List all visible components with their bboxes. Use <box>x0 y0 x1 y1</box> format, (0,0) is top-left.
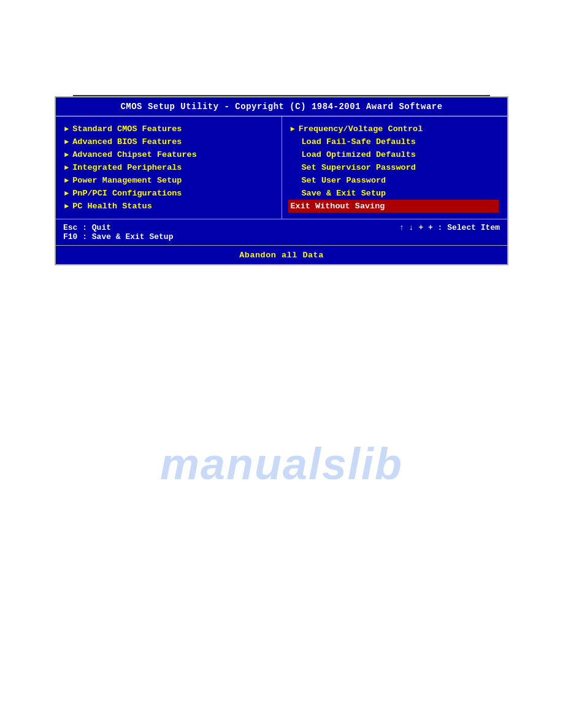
arrow-icon-4: ► <box>64 176 69 185</box>
arrow-icon-1: ► <box>64 138 69 146</box>
arrow-icon-0: ► <box>64 125 69 134</box>
menu-item-pc-health[interactable]: ► PC Health Status <box>64 200 273 213</box>
menu-item-load-optimized[interactable]: Load Optimized Defaults <box>291 148 499 161</box>
menu-item-label-5: PnP/PCI Configurations <box>72 189 182 198</box>
footer-f10: F10 : Save & Exit Setup <box>63 232 173 241</box>
footer-esc-quit: Esc : Quit <box>63 223 111 232</box>
arrow-icon-5: ► <box>64 189 69 198</box>
menu-item-right-label-3: Set Supervisor Password <box>302 163 416 172</box>
menu-item-exit-without-saving[interactable]: Exit Without Saving <box>288 200 499 213</box>
menu-item-power-management[interactable]: ► Power Management Setup <box>64 174 273 187</box>
menu-item-right-label-1: Load Fail-Safe Defaults <box>302 137 416 146</box>
menu-item-advanced-chipset[interactable]: ► Advanced Chipset Features <box>64 148 273 161</box>
bios-left-column: ► Standard CMOS Features ► Advanced BIOS… <box>56 116 282 219</box>
bios-title: CMOS Setup Utility - Copyright (C) 1984-… <box>120 102 442 112</box>
bios-screen: CMOS Setup Utility - Copyright (C) 1984-… <box>55 96 508 265</box>
menu-item-right-label-5: Save & Exit Setup <box>302 189 386 198</box>
bios-footer: Esc : Quit ↑ ↓ + + : Select Item F10 : S… <box>56 219 507 246</box>
menu-item-save-exit[interactable]: Save & Exit Setup <box>291 187 499 200</box>
menu-item-label-4: Power Management Setup <box>72 176 182 185</box>
page-container: CMOS Setup Utility - Copyright (C) 1984-… <box>0 0 563 728</box>
menu-item-label-1: Advanced BIOS Features <box>72 137 182 146</box>
menu-item-right-label-0: Frequency/Voltage Control <box>299 124 423 134</box>
footer-select-item: ↑ ↓ + + : Select Item <box>399 223 500 232</box>
bios-title-bar: CMOS Setup Utility - Copyright (C) 1984-… <box>56 97 507 116</box>
menu-item-load-failsafe[interactable]: Load Fail-Safe Defaults <box>291 135 499 148</box>
arrow-icon-r0: ► <box>291 125 295 134</box>
menu-item-standard-cmos[interactable]: ► Standard CMOS Features <box>64 123 273 135</box>
arrow-icon-3: ► <box>64 164 69 172</box>
menu-item-label-3: Integrated Peripherals <box>72 163 182 172</box>
bios-main: ► Standard CMOS Features ► Advanced BIOS… <box>56 116 507 219</box>
menu-item-pnp-pci[interactable]: ► PnP/PCI Configurations <box>64 187 273 200</box>
menu-item-label-2: Advanced Chipset Features <box>72 150 197 159</box>
footer-line-1: Esc : Quit ↑ ↓ + + : Select Item <box>63 223 500 232</box>
menu-item-set-user[interactable]: Set User Password <box>291 174 499 187</box>
menu-item-advanced-bios[interactable]: ► Advanced BIOS Features <box>64 135 273 148</box>
watermark: manualslib <box>160 439 403 489</box>
status-text: Abandon all Data <box>239 251 324 260</box>
menu-item-right-label-2: Load Optimized Defaults <box>302 150 416 159</box>
menu-item-label-0: Standard CMOS Features <box>72 124 182 134</box>
menu-item-integrated-peripherals[interactable]: ► Integrated Peripherals <box>64 161 273 174</box>
menu-item-right-label-6: Exit Without Saving <box>291 202 385 211</box>
arrow-icon-2: ► <box>64 151 69 159</box>
bios-right-column: ► Frequency/Voltage Control Load Fail-Sa… <box>282 116 508 219</box>
arrow-icon-6: ► <box>64 202 69 211</box>
menu-item-right-label-4: Set User Password <box>302 176 386 185</box>
footer-line-2: F10 : Save & Exit Setup <box>63 232 500 241</box>
menu-item-frequency[interactable]: ► Frequency/Voltage Control <box>291 123 499 135</box>
menu-item-label-6: PC Health Status <box>72 202 152 211</box>
menu-item-set-supervisor[interactable]: Set Supervisor Password <box>291 161 499 174</box>
bios-status-bar: Abandon all Data <box>56 246 507 264</box>
